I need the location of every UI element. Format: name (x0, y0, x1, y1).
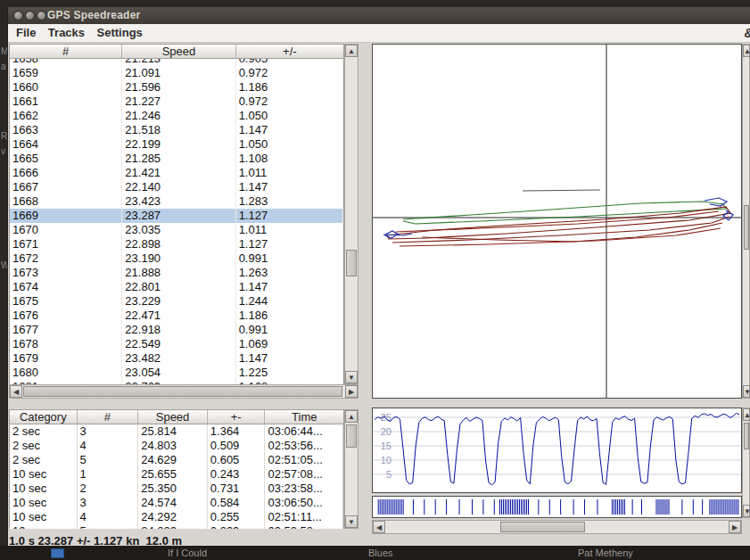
table-row[interactable]: 10 sec524.2220.22902:53:58... (10, 524, 343, 529)
scrollbar-thumb[interactable] (346, 424, 357, 448)
table-row[interactable]: 166221.2461.050 (10, 109, 343, 123)
table-row[interactable]: 10 sec324.5740.58403:06:50... (10, 496, 343, 510)
table-row[interactable]: 165821.2130.905 (10, 59, 343, 66)
table-cell: 23.035 (122, 223, 235, 237)
table-row[interactable]: 167023.0351.011 (10, 223, 343, 237)
table-row[interactable]: 167923.4821.147 (10, 351, 343, 366)
table-row[interactable]: 166823.4231.283 (10, 194, 343, 209)
menu-file[interactable]: File (16, 26, 36, 39)
table-row[interactable]: 165921.0910.972 (10, 66, 343, 80)
graph-hscrollbar[interactable]: ◀ ▶ (372, 520, 742, 534)
table-row[interactable]: 167523.2291.244 (10, 294, 343, 309)
table-cell: 1.147 (236, 351, 343, 366)
track-map[interactable] (372, 44, 742, 399)
table-row[interactable]: 167422.8011.147 (10, 280, 343, 294)
menu-settings[interactable]: Settings (97, 26, 143, 39)
titlebar[interactable]: GPS Speedreader (8, 7, 750, 25)
table-row[interactable]: 167822.5491.069 (10, 337, 343, 351)
scroll-up-button[interactable]: ▲ (743, 408, 750, 421)
table-row[interactable]: 167223.1900.991 (10, 251, 343, 266)
table-row[interactable]: 166422.1991.050 (10, 137, 343, 152)
table-row[interactable]: 10 sec225.3500.73103:23:58... (10, 482, 343, 496)
column-header-num[interactable]: # (78, 410, 139, 424)
maximize-button[interactable] (37, 11, 46, 21)
table-row[interactable]: 2 sec524.6290.60502:51:05... (10, 453, 343, 467)
scroll-down-button[interactable]: ▼ (345, 371, 358, 383)
scroll-down-button[interactable]: ▼ (345, 515, 358, 528)
table-cell: 1.244 (236, 294, 343, 309)
table-cell: 22.549 (122, 337, 235, 351)
table-cell: 22.801 (122, 280, 235, 294)
results-table-header[interactable]: Category # Speed +- Time (9, 409, 344, 424)
minimize-button[interactable] (25, 11, 35, 21)
table-row[interactable]: 166722.1401.147 (10, 180, 343, 194)
graph-vscrollbar[interactable]: ▲ ▼ (742, 408, 750, 518)
column-header-err[interactable]: +- (208, 410, 266, 424)
table-cell: 21.518 (122, 123, 235, 137)
table-row[interactable]: 168023.0541.225 (10, 366, 343, 380)
scroll-down-button[interactable]: ▼ (743, 505, 750, 517)
scroll-up-button[interactable]: ▲ (743, 45, 750, 57)
table-row[interactable]: 10 sec125.6550.24302:57:08... (10, 467, 343, 482)
table-cell: 24.292 (138, 510, 208, 524)
scroll-up-button[interactable]: ▲ (345, 410, 358, 423)
table-cell: 0.255 (208, 510, 266, 524)
column-header-num[interactable]: # (10, 45, 122, 58)
menu-tracks[interactable]: Tracks (48, 26, 85, 39)
table-row[interactable]: 10 sec424.2920.25502:51:11... (10, 510, 343, 524)
table-cell: 0.229 (208, 524, 266, 529)
table-row[interactable]: 167622.4711.186 (10, 309, 343, 323)
scroll-up-button[interactable]: ▲ (345, 45, 358, 57)
y-axis-tick-label: 15 (381, 441, 391, 451)
table-cell: 1663 (10, 123, 122, 137)
table-row[interactable]: 2 sec424.8030.50902:53:56... (10, 439, 343, 453)
scrollbar-thumb[interactable] (500, 522, 585, 532)
table-cell: 24.222 (138, 524, 208, 529)
track-red-4 (422, 223, 722, 242)
table-cell: 23.482 (122, 351, 235, 366)
scroll-right-button[interactable]: ▶ (729, 521, 741, 533)
scroll-right-button[interactable]: ▶ (345, 385, 358, 398)
table-cell: 10 sec (10, 482, 78, 496)
table-cell: 0.243 (208, 467, 266, 482)
map-vscrollbar[interactable]: ▲ ▼ (742, 44, 750, 399)
column-header-speed[interactable]: Speed (122, 45, 235, 58)
table-row[interactable]: 166121.2270.972 (10, 95, 343, 109)
results-table[interactable]: 2 sec325.8141.36403:06:44...2 sec424.803… (9, 424, 344, 529)
speed-table[interactable]: 165821.2130.905165921.0910.972166021.596… (9, 59, 344, 384)
scroll-down-button[interactable]: ▼ (743, 385, 750, 398)
speed-table-hscrollbar[interactable]: ◀ ▶ (9, 384, 359, 399)
table-cell: 0.905 (236, 59, 343, 66)
results-table-vscrollbar[interactable]: ▲ ▼ (344, 409, 359, 529)
column-header-err[interactable]: +/- (236, 45, 343, 58)
table-row[interactable]: 166321.5181.147 (10, 123, 343, 137)
table-row[interactable]: 167321.8881.263 (10, 266, 343, 280)
y-axis-tick-label: 5 (386, 469, 391, 480)
table-cell: 0.972 (236, 95, 343, 109)
table-row[interactable]: 166521.2851.108 (10, 152, 343, 166)
table-row[interactable]: 167122.8981.127 (10, 237, 343, 251)
table-cell: 21.596 (122, 80, 235, 95)
scrollbar-thumb[interactable] (744, 423, 749, 449)
table-row[interactable]: 2 sec325.8141.36403:06:44... (10, 424, 343, 439)
scrollbar-thumb[interactable] (23, 386, 342, 397)
table-row[interactable]: 166621.4211.011 (10, 166, 343, 180)
table-row[interactable]: 166021.5961.186 (10, 80, 343, 95)
timeline-strip[interactable] (372, 496, 742, 518)
column-header-time[interactable]: Time (265, 410, 343, 424)
scroll-left-button[interactable]: ◀ (10, 385, 22, 398)
column-header-speed[interactable]: Speed (138, 410, 208, 424)
background-music-window[interactable]: If I Could Blues Pat Metheny (0, 546, 750, 560)
speed-table-header[interactable]: # Speed +/- (9, 44, 344, 59)
close-button[interactable] (13, 11, 23, 21)
column-header-category[interactable]: Category (10, 410, 78, 424)
table-row[interactable]: 167722.9180.991 (10, 323, 343, 337)
scrollbar-thumb[interactable] (346, 250, 357, 276)
table-cell: 02:51:11... (265, 510, 343, 524)
speed-table-vscrollbar[interactable]: ▲ ▼ (344, 44, 359, 384)
table-cell: 1668 (10, 194, 122, 209)
speed-graph[interactable]: 252015105 (372, 408, 742, 493)
scroll-left-button[interactable]: ◀ (373, 521, 385, 533)
table-row[interactable]: 166923.2871.127 (10, 209, 343, 223)
scrollbar-thumb[interactable] (744, 205, 749, 250)
